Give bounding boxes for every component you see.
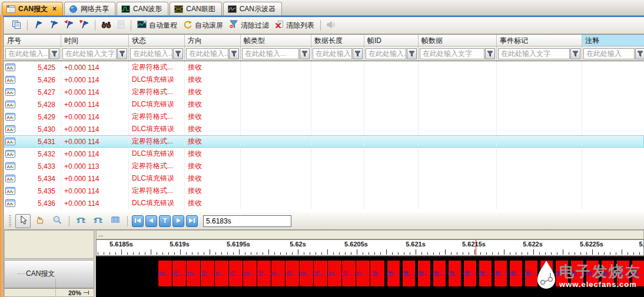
cell — [311, 172, 364, 185]
filter-funnel-button[interactable] — [570, 48, 580, 59]
table-row[interactable]: 5,429+0.000 114定界符格式...接收 — [4, 111, 644, 123]
column-header-方向[interactable]: 方向 — [185, 35, 241, 46]
filter-funnel-button[interactable] — [635, 48, 644, 59]
column-header-帧ID[interactable]: 帧ID — [364, 35, 419, 46]
cell — [582, 135, 644, 148]
filter-input-方向[interactable]: 在此处输入... — [186, 48, 228, 59]
ruler-tick — [321, 252, 322, 255]
filter-funnel-button[interactable] — [229, 48, 239, 59]
filter-funnel-button[interactable] — [485, 48, 495, 59]
column-header-注释[interactable]: 注释 — [582, 35, 644, 46]
clear-list-button[interactable]: 清除列表 — [273, 19, 317, 32]
ruler-tick — [504, 249, 504, 255]
tree-item-can-message[interactable]: CAN报文 — [18, 269, 55, 279]
filter-input-帧数据[interactable]: 在此处输入文字 — [420, 48, 484, 59]
column-header-状态[interactable]: 状态 — [129, 35, 185, 46]
go-next-button[interactable] — [172, 215, 184, 227]
filter-cell-数据长度: 在此处输入... — [311, 46, 364, 61]
filter-funnel-button[interactable] — [353, 48, 363, 59]
table-row[interactable]: 5,431+0.000 114定界符格式...接收 — [4, 135, 644, 148]
tab-label: 网络共享 — [81, 4, 109, 14]
cell: 定界符格式... — [129, 61, 185, 74]
seq-cell: 5,431 — [4, 135, 61, 148]
watermark: 电子发烧友 www.elecfans.com — [535, 260, 642, 292]
filter-input-帧ID[interactable]: 在此处输入... — [366, 48, 406, 59]
prev-edge-button[interactable] — [74, 214, 89, 228]
auto-scroll-label: 自动滚屏 — [195, 21, 223, 31]
auto-range-button[interactable]: 自动量程 — [135, 19, 180, 32]
table-row[interactable]: 5,432+0.000 114DLC填充错误接收 — [4, 148, 644, 160]
filter-input-注释[interactable]: 在此处输入 — [583, 48, 635, 59]
next-marker-button[interactable] — [77, 19, 91, 32]
go-last-button[interactable] — [186, 215, 198, 227]
table-row[interactable]: 5,428+0.000 114DLC填充错误接收 — [4, 98, 644, 111]
time-cursor[interactable] — [476, 240, 476, 256]
filter-funnel-button[interactable] — [300, 48, 310, 59]
ruler-tick — [210, 249, 210, 255]
column-header-数据长度[interactable]: 数据长度 — [311, 35, 364, 46]
table-row[interactable]: 5,430+0.000 114DLC填充错误接收 — [4, 123, 644, 135]
filter-input-时间[interactable]: 在此处输入文字 — [62, 48, 117, 59]
message-icon — [5, 88, 15, 96]
comb-icon — [111, 215, 120, 226]
filter-input-数据长度[interactable]: 在此处输入... — [313, 48, 352, 59]
table-row[interactable]: 5,436+0.000 114DLC填充错误接收 — [4, 197, 644, 209]
waveform-icon — [121, 5, 130, 13]
column-header-事件标记[interactable]: 事件标记 — [497, 35, 582, 46]
go-first-button[interactable] — [132, 215, 144, 227]
sound-button[interactable] — [324, 19, 338, 32]
ruler-tick — [616, 252, 616, 255]
burst-view-button[interactable] — [108, 214, 123, 228]
tab-CAN波形[interactable]: CAN波形 — [117, 2, 168, 15]
toolbar-grip[interactable] — [9, 215, 11, 227]
cell — [419, 123, 497, 135]
timeline-ruler[interactable]: 5.6185s5.619s5.6195s5.62s5.6205s5.621s5.… — [96, 239, 644, 256]
message-table: 序号时间状态方向帧类型数据长度帧ID帧数据事件标记注释 在此处输入...在此处输… — [4, 34, 644, 212]
table-row[interactable]: 5,425+0.000 114定界符格式...接收 — [4, 61, 644, 74]
zoom-tool-button[interactable] — [49, 214, 65, 228]
filter-input-序号[interactable]: 在此处输入... — [5, 48, 49, 59]
marker-button[interactable] — [31, 19, 45, 32]
tab-close-icon[interactable]: × — [52, 5, 57, 13]
copy-button[interactable] — [9, 19, 24, 32]
column-header-时间[interactable]: 时间 — [61, 35, 129, 46]
next-edge-button[interactable] — [91, 214, 106, 228]
table-row[interactable]: 5,433+0.000 113定界符格式...接收 — [4, 160, 644, 172]
tab-网络共享[interactable]: 网络共享 — [64, 2, 115, 15]
column-header-帧类型[interactable]: 帧类型 — [241, 35, 311, 46]
auto-scroll-button[interactable]: 自动滚屏 — [181, 19, 225, 32]
prev-marker-button[interactable] — [62, 19, 76, 32]
go-prev-button[interactable] — [145, 215, 157, 227]
log-button[interactable] — [115, 19, 127, 32]
go-trigger-button[interactable]: T — [159, 215, 171, 227]
column-header-帧数据[interactable]: 帧数据 — [419, 35, 497, 46]
cell — [419, 86, 497, 98]
table-row[interactable]: 5,427+0.000 114定界符格式...接收 — [4, 86, 644, 98]
tab-CAN眼图[interactable]: CAN眼图 — [170, 2, 221, 15]
pan-tool-button[interactable] — [32, 214, 48, 228]
tab-CAN示波器[interactable]: CAN示波器 — [223, 2, 282, 15]
filter-input-状态[interactable]: 在此处输入... — [130, 48, 172, 59]
column-header-序号[interactable]: 序号 — [4, 35, 61, 46]
filter-funnel-button[interactable] — [117, 48, 127, 59]
tab-CAN报文[interactable]: CAN报文× — [2, 2, 63, 15]
cell — [582, 111, 644, 123]
add-marker-button[interactable] — [47, 19, 61, 32]
seq-cell: 5,434 — [4, 172, 61, 185]
timebase-input[interactable] — [203, 215, 291, 227]
filter-funnel-button[interactable] — [173, 48, 183, 59]
clear-filter-button[interactable]: 清除过滤 — [227, 19, 271, 32]
search-button[interactable] — [99, 19, 114, 32]
filter-funnel-button[interactable] — [49, 48, 59, 59]
select-tool-button[interactable] — [15, 214, 31, 228]
table-row[interactable]: 5,426+0.000 114DLC填充错误接收 — [4, 74, 644, 86]
cell — [582, 123, 644, 135]
filter-input-帧类型[interactable]: 在此处输入... — [242, 48, 299, 59]
waveform-sidebar: CAN报文 20% — [4, 230, 94, 297]
ruler-label: 5.6205s — [344, 241, 368, 248]
table-row[interactable]: 5,435+0.000 114定界符格式...接收 — [4, 185, 644, 197]
filter-funnel-button[interactable] — [407, 48, 417, 59]
filter-input-事件标记[interactable]: 在此处输入文字 — [498, 48, 570, 59]
waveform-canvas[interactable]: 电子发烧友 www.elecfans.com DL.定..DL.定..D..定.… — [96, 256, 644, 297]
table-row[interactable]: 5,434+0.000 114DLC填充错误接收 — [4, 172, 644, 185]
